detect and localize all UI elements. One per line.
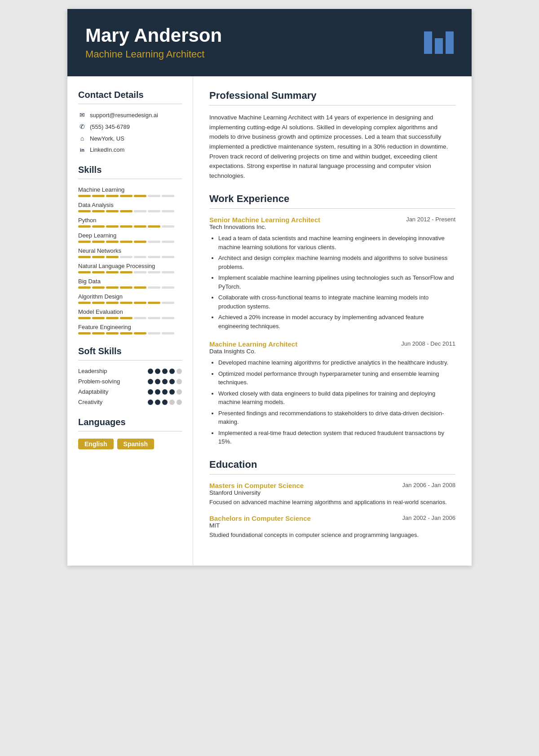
- linkedin-icon: in: [78, 147, 86, 153]
- skill-bar: [78, 317, 182, 319]
- skill-seg-filled: [120, 286, 133, 289]
- skill-name: Feature Engineering: [78, 324, 182, 330]
- contact-linkedin: in LinkedIn.com: [78, 146, 182, 153]
- phone-value: (555) 345-6789: [90, 123, 130, 130]
- skill-seg-filled: [120, 271, 133, 273]
- skill-seg-filled: [148, 225, 160, 228]
- skill-seg-empty: [134, 271, 146, 273]
- soft-skill-dots: [148, 400, 182, 405]
- skill-seg-filled: [120, 317, 133, 319]
- job-bullet: Achieved a 20% increase in model accurac…: [218, 313, 455, 330]
- dot-filled: [169, 389, 175, 395]
- job-header: Senior Machine Learning ArchitectJan 201…: [209, 216, 455, 224]
- job-company: Tech Innovations Inc.: [209, 224, 455, 230]
- skill-seg-filled: [78, 302, 91, 304]
- dot-filled: [162, 389, 168, 395]
- sidebar: Contact Details ✉ support@resumedesign.a…: [67, 76, 193, 566]
- skill-seg-filled: [78, 271, 91, 273]
- dot-filled: [148, 379, 153, 384]
- summary-text: Innovative Machine Learning Architect wi…: [209, 113, 455, 180]
- soft-skills-list: LeadershipProblem-solvingAdaptabilityCre…: [78, 368, 182, 405]
- skill-item: Model Evaluation: [78, 308, 182, 319]
- skill-seg-empty: [162, 286, 174, 289]
- skill-seg-empty: [162, 302, 174, 304]
- job-title: Senior Machine Learning Architect: [209, 216, 320, 224]
- skill-seg-filled: [78, 332, 91, 334]
- soft-skills-section: Soft Skills LeadershipProblem-solvingAda…: [78, 346, 182, 405]
- skill-seg-filled: [134, 332, 146, 334]
- skill-seg-filled: [106, 317, 119, 319]
- education-degree: Bachelors in Computer Science: [209, 514, 311, 522]
- skill-seg-empty: [162, 225, 174, 228]
- education-header: Masters in Computer ScienceJan 2006 - Ja…: [209, 482, 455, 489]
- candidate-title: Machine Learning Architect: [85, 48, 222, 60]
- contact-list: ✉ support@resumedesign.ai ✆ (555) 345-67…: [78, 111, 182, 153]
- skill-bar: [78, 210, 182, 212]
- job-date: Jan 2012 - Present: [406, 216, 455, 223]
- skill-seg-filled: [92, 302, 105, 304]
- skill-seg-empty: [162, 195, 174, 197]
- soft-skill-row: Adaptability: [78, 388, 182, 395]
- skill-name: Natural Language Processing: [78, 263, 182, 269]
- dot-filled: [162, 379, 168, 384]
- logo-bar-2: [435, 38, 443, 54]
- dot-empty: [177, 379, 182, 384]
- job-bullet: Optimized model performance through hype…: [218, 369, 455, 387]
- skill-seg-filled: [92, 286, 105, 289]
- soft-skill-row: Leadership: [78, 368, 182, 374]
- summary-section-title: Professional Summary: [209, 90, 455, 101]
- job-bullet: Implemented a real-time fraud detection …: [218, 429, 455, 446]
- skill-seg-filled: [78, 241, 91, 243]
- phone-icon: ✆: [78, 123, 86, 130]
- skill-name: Machine Learning: [78, 186, 182, 193]
- job-item: Senior Machine Learning ArchitectJan 201…: [209, 216, 455, 330]
- dot-filled: [155, 379, 160, 384]
- skill-item: Feature Engineering: [78, 324, 182, 334]
- skill-bar: [78, 332, 182, 334]
- soft-skill-row: Problem-solving: [78, 378, 182, 385]
- languages-divider: [78, 431, 182, 431]
- soft-skill-name: Adaptability: [78, 388, 108, 395]
- logo: [424, 31, 454, 54]
- job-item: Machine Learning ArchitectJun 2008 - Dec…: [209, 340, 455, 446]
- dot-empty: [177, 369, 182, 374]
- job-header: Machine Learning ArchitectJun 2008 - Dec…: [209, 340, 455, 348]
- skill-item: Deep Learning: [78, 232, 182, 243]
- dot-filled: [148, 389, 153, 395]
- skill-seg-filled: [134, 241, 146, 243]
- skill-seg-filled: [92, 225, 105, 228]
- skills-section: Skills Machine LearningData AnalysisPyth…: [78, 165, 182, 334]
- skill-seg-filled: [106, 210, 119, 212]
- education-desc: Focused on advanced machine learning alg…: [209, 498, 455, 507]
- job-bullet: Worked closely with data engineers to bu…: [218, 389, 455, 407]
- soft-skill-row: Creativity: [78, 399, 182, 405]
- language-tag: Spanish: [117, 439, 154, 449]
- skill-seg-empty: [134, 256, 146, 258]
- soft-skills-section-title: Soft Skills: [78, 346, 182, 356]
- soft-skill-name: Creativity: [78, 399, 102, 405]
- skills-section-title: Skills: [78, 165, 182, 175]
- skill-seg-filled: [120, 302, 133, 304]
- dot-filled: [162, 400, 168, 405]
- skill-seg-filled: [92, 195, 105, 197]
- skill-seg-filled: [92, 317, 105, 319]
- skill-seg-filled: [134, 286, 146, 289]
- dot-filled: [155, 369, 160, 374]
- work-section-title: Work Experience: [209, 193, 455, 205]
- contact-phone: ✆ (555) 345-6789: [78, 123, 182, 130]
- dot-filled: [155, 389, 160, 395]
- skill-bar: [78, 286, 182, 289]
- skill-seg-filled: [120, 225, 133, 228]
- summary-section: Professional Summary Innovative Machine …: [209, 90, 455, 180]
- job-bullet: Presented findings and recommendations t…: [218, 409, 455, 426]
- job-bullet: Collaborate with cross-functional teams …: [218, 293, 455, 311]
- skill-seg-filled: [78, 317, 91, 319]
- skill-name: Data Analysis: [78, 202, 182, 208]
- skill-seg-filled: [92, 271, 105, 273]
- resume-body: Contact Details ✉ support@resumedesign.a…: [67, 76, 472, 566]
- education-section-title: Education: [209, 459, 455, 470]
- skill-seg-filled: [92, 256, 105, 258]
- location-value: NewYork, US: [90, 135, 124, 142]
- skill-item: Natural Language Processing: [78, 263, 182, 273]
- jobs-list: Senior Machine Learning ArchitectJan 201…: [209, 216, 455, 446]
